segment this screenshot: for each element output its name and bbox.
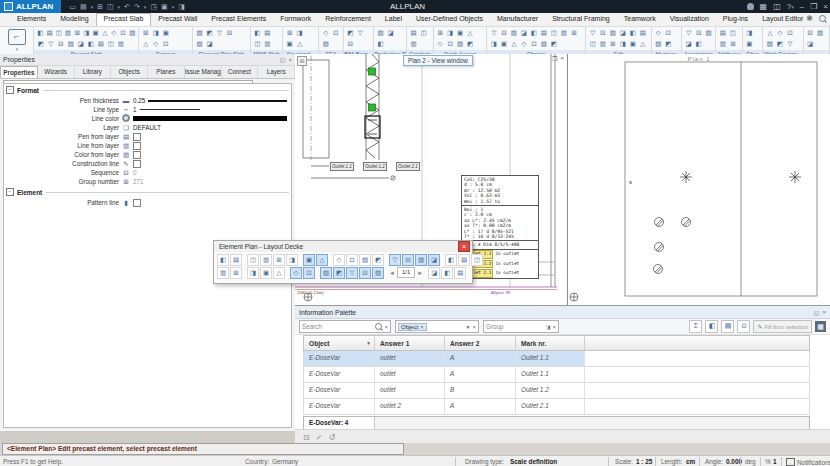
chevron-down-icon[interactable]: ▾	[118, 4, 121, 10]
settings-icon[interactable]: ⊙	[737, 320, 750, 333]
tool-icon[interactable]: ▧	[128, 28, 136, 37]
tool-icon[interactable]: ⊡	[161, 39, 170, 48]
layout-tool-icon[interactable]: △	[316, 254, 328, 266]
drawing-type-value[interactable]: Scale definition	[510, 458, 557, 465]
view-close-icon[interactable]: ×	[560, 55, 564, 62]
tool-icon[interactable]: ▽	[215, 28, 224, 37]
layout-tool-icon[interactable]: △	[273, 267, 285, 279]
tool-icon[interactable]: ▨	[66, 39, 75, 48]
main-tool-icon[interactable]: ⌐	[8, 29, 26, 45]
tool-icon[interactable]: ▧	[765, 39, 774, 48]
clear-filter-icon[interactable]: ×	[472, 324, 476, 330]
panel-float-icon[interactable]: ◱	[280, 56, 286, 63]
column-header-answer-2[interactable]: Answer 2	[445, 336, 516, 350]
layout-tool-icon[interactable]: ▥	[260, 254, 272, 266]
tool-icon[interactable]: ▧	[321, 39, 330, 48]
layout-tool-icon[interactable]: ▣	[303, 254, 315, 266]
collapse-icon[interactable]: −	[6, 188, 14, 196]
layout-tool-icon[interactable]: ◇	[333, 254, 345, 266]
tool-icon[interactable]: ◩	[549, 39, 558, 48]
tool-icon[interactable]: ⊟	[694, 28, 703, 37]
sum-icon[interactable]: Σ	[689, 320, 702, 333]
quickaccess-icon-8[interactable]: ◨	[178, 3, 185, 11]
layout-tool-icon[interactable]: ◩	[333, 267, 345, 279]
section-header-format[interactable]: −Format	[4, 84, 291, 96]
table-row[interactable]: E-DoseVaroutletAOutlet 1.1	[303, 351, 810, 367]
layout-tool-icon[interactable]: ◧	[217, 254, 229, 266]
layout-tool-icon[interactable]: ▨	[415, 254, 427, 266]
tab-objects[interactable]: Objects	[111, 66, 148, 78]
checkbox[interactable]	[133, 160, 141, 168]
tool-icon[interactable]: ⊟	[806, 28, 815, 37]
tool-icon[interactable]: ▣	[628, 39, 637, 48]
scale-value[interactable]: 1 : 25	[636, 458, 652, 465]
chevron-down-icon[interactable]: ▾	[172, 4, 175, 10]
tool-icon[interactable]: △	[509, 39, 518, 48]
tool-icon[interactable]: ◧	[253, 28, 262, 37]
shop-icon[interactable]: ◫	[773, 2, 781, 11]
tool-icon[interactable]: ▣	[499, 39, 508, 48]
tool-icon[interactable]: ▽	[46, 39, 55, 48]
tool-icon[interactable]: ▽	[489, 28, 498, 37]
tool-icon[interactable]: ▤	[45, 28, 53, 37]
tool-icon[interactable]: ◪	[618, 28, 627, 37]
tool-icon[interactable]: ◇	[151, 39, 160, 48]
tool-icon[interactable]: ▽	[356, 28, 365, 37]
view-window-plan1[interactable]: Plan 1	[568, 54, 830, 305]
tool-icon[interactable]: ▨	[376, 28, 385, 37]
restore-button[interactable]: ❒	[810, 2, 817, 11]
menu-item-visualization[interactable]: Visualization	[663, 13, 716, 26]
layout-tool-icon[interactable]: ▤	[230, 254, 242, 266]
tool-icon[interactable]: ⊟	[225, 28, 234, 37]
tool-icon[interactable]: ◫	[253, 39, 262, 48]
tab-connect[interactable]: Connect	[222, 66, 259, 78]
line-type-icon[interactable]: ┅	[119, 106, 133, 114]
tool-icon[interactable]: △	[765, 28, 774, 37]
page-prev-icon[interactable]: ◄	[389, 270, 395, 276]
tool-icon[interactable]: ◪	[205, 39, 214, 48]
checkbox[interactable]	[133, 199, 141, 207]
tool-icon[interactable]: ⊡	[119, 28, 127, 37]
quickaccess-icon-5[interactable]: ↷	[134, 3, 140, 11]
tool-icon[interactable]: ⊞	[728, 39, 737, 48]
tool-icon[interactable]: ◨	[745, 28, 754, 37]
tool-icon[interactable]: ◇	[654, 28, 663, 37]
menu-item-teamwork[interactable]: Teamwork	[617, 13, 663, 26]
quickaccess-icon-4[interactable]: ↶	[124, 3, 130, 11]
tool-icon[interactable]: ◨	[618, 39, 627, 48]
menu-item-formwork[interactable]: Formwork	[273, 13, 318, 26]
tool-icon[interactable]: ◇	[519, 39, 528, 48]
tool-icon[interactable]: ▤	[718, 28, 727, 37]
tool-icon[interactable]: ◨	[82, 28, 90, 37]
layout-tool-icon[interactable]: ▧	[320, 267, 332, 279]
layout-tool-icon[interactable]: ◩	[372, 254, 384, 266]
sequence-icon[interactable]: ⊟	[119, 169, 133, 177]
tool-icon[interactable]: ◧	[529, 28, 538, 37]
tool-icon[interactable]: ⊟	[598, 28, 607, 37]
apps-grid-icon[interactable]: ▦	[760, 2, 768, 11]
tool-icon[interactable]: ⊞	[569, 28, 578, 37]
search-icon[interactable]	[819, 15, 826, 22]
group-icon[interactable]: ◨	[546, 324, 551, 330]
tool-icon[interactable]: ▨	[509, 28, 518, 37]
table-row[interactable]: E-DoseVaroutlet 2AOutlet 2.1	[303, 399, 810, 415]
menu-item-precast-elements[interactable]: Precast Elements	[204, 13, 273, 26]
layout-tool-icon[interactable]: ▨	[372, 267, 384, 279]
tool-icon[interactable]: ⊞	[285, 28, 294, 37]
layout-tool-icon[interactable]: ◫	[471, 254, 483, 266]
table-row[interactable]: E-DoseVaroutletAOutlet 1.1	[303, 367, 810, 383]
quickaccess-icon-0[interactable]: ▭	[69, 3, 76, 11]
menu-item-modeling[interactable]: Modeling	[53, 13, 95, 26]
tool-icon[interactable]: ⊞	[73, 28, 81, 37]
tool-icon[interactable]: △	[141, 39, 150, 48]
search-input[interactable]: Search ×	[299, 320, 391, 333]
tool-icon[interactable]: ▽	[785, 39, 794, 48]
line-color-icon[interactable]	[119, 114, 133, 123]
layout-tool-icon[interactable]: ◧	[441, 267, 453, 279]
tool-icon[interactable]: ▣	[161, 28, 170, 37]
table-row[interactable]: E-DoseVaroutletBOutlet 1.2	[303, 383, 810, 399]
tool-icon[interactable]: ◨	[295, 28, 304, 37]
filter-icon[interactable]: ▼	[366, 337, 371, 350]
menu-item-precast-slab[interactable]: Precast Slab	[96, 13, 152, 26]
layout-tool-icon[interactable]: ▽	[389, 254, 401, 266]
